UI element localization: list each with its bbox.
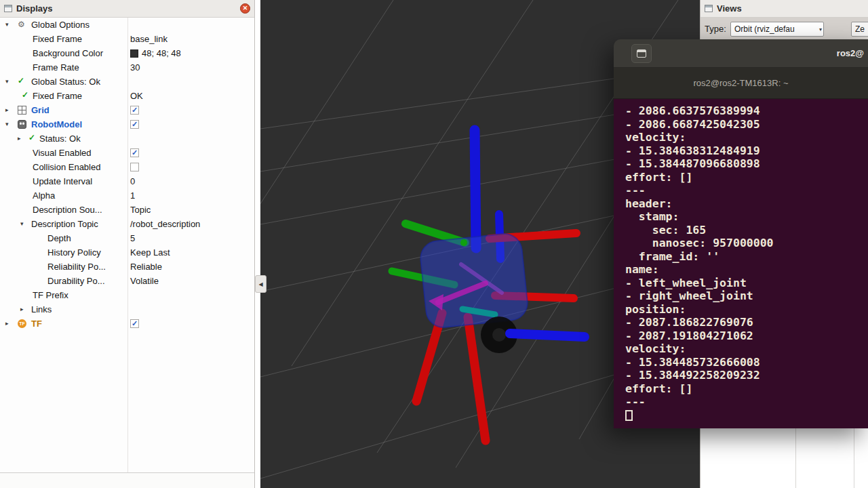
color-swatch xyxy=(130,49,138,58)
terminal-line: name: xyxy=(625,263,868,277)
checkbox-checked[interactable]: ✓ xyxy=(130,120,139,129)
displays-panel-titlebar[interactable]: Displays ✕ xyxy=(0,0,254,18)
terminal-line: velocity: xyxy=(625,131,868,144)
terminal-line: effort: [] xyxy=(625,171,868,184)
panel-window-icon xyxy=(4,5,12,12)
property-label: Durability Po... xyxy=(47,274,105,288)
view-type-value: Orbit (rviz_defau xyxy=(734,24,795,34)
checkbox-checked[interactable]: ✓ xyxy=(130,106,139,115)
property-label: Visual Enabled xyxy=(33,146,92,160)
property-column-divider[interactable] xyxy=(127,18,128,472)
close-icon: ✕ xyxy=(243,5,248,12)
property-value[interactable]: OK xyxy=(130,89,143,103)
gear-icon: ⚙ xyxy=(18,19,26,28)
property-label: Fixed Frame xyxy=(33,89,82,103)
property-label: RobotModel xyxy=(31,117,82,131)
displays-panel-bottom xyxy=(0,472,254,488)
robot-body xyxy=(419,232,530,329)
property-label: History Policy xyxy=(47,245,101,260)
terminal-line: nanosec: 957000000 xyxy=(625,237,868,250)
expand-arrow-icon[interactable]: ▸ xyxy=(5,103,9,117)
terminal-cursor xyxy=(625,410,633,421)
expand-arrow-icon[interactable]: ▸ xyxy=(20,302,24,317)
terminal-line: stamp: xyxy=(625,210,868,224)
views-panel-titlebar[interactable]: Views xyxy=(701,0,868,18)
check-icon: ✓ xyxy=(18,77,26,85)
property-label: Description Sou... xyxy=(33,203,102,217)
grid-icon xyxy=(18,106,26,115)
wheel-hub xyxy=(492,328,506,342)
robot-model xyxy=(392,130,585,441)
terminal-line: - 2086.6637576389994 xyxy=(625,104,868,118)
property-label: Grid xyxy=(31,103,50,117)
property-label: Global Status: Ok xyxy=(31,75,100,89)
terminal-output[interactable]: - 2086.6637576389994- 2086.6687425042305… xyxy=(614,99,868,428)
terminal-line: --- xyxy=(625,395,868,409)
displays-close-button[interactable]: ✕ xyxy=(240,3,250,14)
property-value[interactable]: 1 xyxy=(130,188,135,203)
new-tab-button[interactable] xyxy=(631,44,652,63)
property-label: Frame Rate xyxy=(33,60,79,75)
property-label: Depth xyxy=(47,231,71,245)
view-type-select[interactable]: Orbit (rviz_defau ▾ xyxy=(730,22,824,37)
property-label: Description Topic xyxy=(31,217,98,231)
checkbox-checked[interactable]: ✓ xyxy=(130,148,139,157)
property-value[interactable]: Volatile xyxy=(130,274,159,288)
views-panel-title: Views xyxy=(717,3,864,14)
property-value[interactable]: 5 xyxy=(130,231,135,245)
joint-dot-green xyxy=(460,239,467,246)
panel-window-icon xyxy=(705,5,713,12)
terminal-line: - 2087.191804271062 xyxy=(625,329,868,343)
terminal-window: ros2@ ros2@ros2-TM1613R: ~ - 2086.663757… xyxy=(614,39,868,428)
terminal-line: frame_id: '' xyxy=(625,250,868,264)
property-label: Status: Ok xyxy=(39,131,81,146)
property-label: Links xyxy=(31,302,52,317)
property-value[interactable]: 30 xyxy=(130,60,140,75)
property-value[interactable]: /robot_description xyxy=(130,217,200,231)
zero-button[interactable]: Ze xyxy=(851,22,868,37)
terminal-line: position: xyxy=(625,303,868,317)
terminal-titlebar[interactable]: ros2@ xyxy=(614,39,868,68)
collapse-arrow-icon[interactable]: ▾ xyxy=(5,117,9,131)
property-value[interactable]: Reliable xyxy=(130,260,162,274)
terminal-line: sec: 165 xyxy=(625,224,868,237)
check-icon: ✓ xyxy=(28,134,37,142)
tf-axis-blue-right xyxy=(510,333,585,337)
property-value[interactable]: Keep Last xyxy=(130,245,170,260)
property-label: Fixed Frame xyxy=(33,32,82,46)
expand-arrow-icon[interactable]: ▸ xyxy=(5,317,9,331)
terminal-line: --- xyxy=(625,184,868,197)
collapse-arrow-icon[interactable]: ▾ xyxy=(20,217,24,231)
new-tab-icon xyxy=(637,49,646,58)
terminal-line: - left_wheel_joint xyxy=(625,277,868,290)
robot-icon xyxy=(18,120,26,129)
tf-icon: TF xyxy=(18,319,26,328)
views-type-row: Type: Orbit (rviz_defau ▾ Ze xyxy=(701,20,868,39)
property-value[interactable]: base_link xyxy=(130,32,167,46)
property-label: Reliability Po... xyxy=(47,260,106,274)
collapse-arrow-icon[interactable]: ▾ xyxy=(5,75,9,89)
displays-panel: Displays ✕ ▾⚙Global OptionsFixed Frameba… xyxy=(0,0,255,488)
property-value[interactable]: Topic xyxy=(130,203,151,217)
property-label: Global Options xyxy=(31,18,90,32)
check-icon: ✓ xyxy=(22,91,31,100)
panel-collapse-handle[interactable]: ◀ xyxy=(255,275,267,293)
checkbox-checked[interactable]: ✓ xyxy=(130,319,139,328)
terminal-line: velocity: xyxy=(625,342,868,356)
terminal-line: effort: [] xyxy=(625,382,868,396)
terminal-tabbar[interactable]: ros2@ros2-TM1613R: ~ xyxy=(614,68,868,99)
terminal-line: - right_wheel_joint xyxy=(625,289,868,303)
terminal-line: - 15.384487096680898 xyxy=(625,157,868,171)
property-label: TF xyxy=(31,317,42,331)
property-value[interactable]: 0 xyxy=(130,174,135,188)
terminal-line: - 15.384492258209232 xyxy=(625,369,868,382)
terminal-line: - 2086.6687425042305 xyxy=(625,118,868,131)
expand-arrow-icon[interactable]: ▸ xyxy=(18,131,21,146)
checkbox-unchecked[interactable] xyxy=(130,163,139,171)
displays-panel-title: Displays xyxy=(16,3,236,14)
collapse-arrow-icon[interactable]: ▾ xyxy=(5,18,9,32)
property-label: Alpha xyxy=(33,188,55,203)
terminal-line: - 15.384485732666008 xyxy=(625,356,868,369)
property-value[interactable]: 48; 48; 48 xyxy=(130,46,181,60)
terminal-line: - 15.384638312484919 xyxy=(625,144,868,158)
